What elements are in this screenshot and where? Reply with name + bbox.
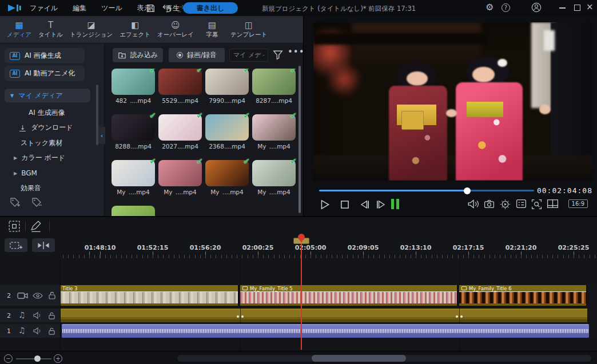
details-view-icon[interactable]: [516, 199, 527, 209]
media-thumbnail[interactable]: ✔: [252, 69, 296, 95]
keyframe-dot[interactable]: [237, 315, 239, 318]
ai-image-generation-button[interactable]: AI AI 画像生成: [5, 48, 85, 63]
help-icon[interactable]: ?: [502, 3, 510, 12]
sidebar-item[interactable]: 効果音: [0, 181, 101, 197]
keyframe-dot[interactable]: [456, 315, 458, 318]
timeline-ruler[interactable]: 01:48:1001:52:1501:56:2002:00:2502:05:00…: [60, 237, 597, 259]
import-media-button[interactable]: 読み込み: [113, 48, 163, 62]
timeline-horizontal-scrollbar[interactable]: [177, 355, 591, 362]
media-item[interactable]: ✔7990....mp4: [205, 69, 249, 107]
preview-seek-bar[interactable]: [319, 190, 534, 191]
maximize-button[interactable]: [574, 5, 580, 11]
media-thumbnail[interactable]: ✔: [158, 114, 202, 141]
pause-indicator-icon[interactable]: [391, 199, 399, 209]
user-account-icon[interactable]: [531, 2, 542, 13]
room-tab-effect[interactable]: ◧エフェクト: [116, 16, 154, 43]
media-thumbnail[interactable]: ✔: [112, 114, 155, 141]
video-track-lane[interactable]: Title 3My_Family_Title 5My_Family_Title …: [60, 285, 597, 306]
dual-preview-icon[interactable]: [547, 199, 559, 209]
media-thumbnail[interactable]: ✔: [205, 160, 249, 186]
speaker-mute-icon[interactable]: [33, 327, 43, 335]
media-scrollbar[interactable]: [298, 66, 301, 213]
room-tab-media[interactable]: ▦メディア: [3, 16, 35, 43]
media-thumbnail[interactable]: [112, 206, 155, 216]
scrollbar-thumb[interactable]: [312, 355, 406, 362]
snapshot-camera-icon[interactable]: [484, 199, 495, 209]
timeline-clip[interactable]: Title 3: [60, 285, 239, 306]
playhead-pin[interactable]: [298, 234, 305, 241]
media-item[interactable]: ✔5529....mp4: [158, 69, 202, 107]
preview-video[interactable]: [313, 22, 592, 181]
sidebar-item[interactable]: ストック素材: [0, 135, 101, 151]
audio-track-2-lane[interactable]: [60, 309, 597, 322]
timeline-zoom-knob[interactable]: [34, 355, 41, 362]
add-tag-icon[interactable]: [9, 197, 21, 207]
media-item[interactable]: [112, 206, 155, 216]
lock-track-icon[interactable]: [48, 327, 55, 335]
bgm-audio-clip[interactable]: [62, 324, 589, 338]
media-item[interactable]: ✔My_....mp4: [252, 114, 296, 153]
speaker-mute-icon[interactable]: [33, 311, 43, 319]
remove-tag-icon[interactable]: [31, 197, 42, 207]
keyframe-dot[interactable]: [241, 315, 244, 318]
audio-clip[interactable]: [60, 309, 587, 322]
timeline-clip[interactable]: My_Family_Title 6: [459, 285, 587, 306]
media-item[interactable]: ✔8287....mp4: [252, 69, 296, 107]
media-thumbnail[interactable]: ✔: [252, 160, 296, 186]
ai-video-anime-button[interactable]: AI AI 動画アニメ化: [5, 66, 85, 81]
sidebar-item[interactable]: ▶カラー ボード: [0, 151, 101, 166]
aspect-ratio-badge[interactable]: 16:9: [568, 199, 588, 208]
seek-knob[interactable]: [464, 187, 471, 194]
media-item[interactable]: ✔482_....mp4: [112, 69, 155, 107]
zoom-out-button[interactable]: −: [4, 354, 13, 363]
media-item[interactable]: ✔My_....mp4: [205, 160, 249, 199]
sidebar-item-my-media[interactable]: ▼ マイ メディア: [5, 89, 90, 102]
minimize-button[interactable]: [559, 7, 566, 9]
sidebar-item[interactable]: AI 生成画像: [0, 105, 101, 121]
lock-track-icon[interactable]: [48, 311, 55, 320]
media-thumbnail[interactable]: ✔: [112, 160, 155, 186]
pen-tool-icon[interactable]: [30, 220, 42, 233]
split-clip-button[interactable]: [32, 238, 55, 252]
playhead-line[interactable]: [301, 243, 302, 350]
audio-track-1-lane[interactable]: [60, 324, 597, 338]
menu-item[interactable]: 編集: [73, 3, 86, 13]
previous-frame-button[interactable]: [358, 199, 371, 210]
room-tab-template[interactable]: ◫テンプレート: [227, 16, 270, 43]
filter-funnel-icon[interactable]: [273, 50, 283, 60]
media-item[interactable]: ✔2368....mp4: [205, 114, 249, 153]
settings-gear-icon[interactable]: ⚙: [485, 2, 493, 13]
render-preview-icon[interactable]: [500, 199, 511, 210]
play-button[interactable]: [319, 199, 331, 210]
undo-icon[interactable]: [162, 3, 172, 13]
export-button[interactable]: 書き出し: [183, 2, 238, 14]
add-track-button[interactable]: [5, 238, 27, 252]
menu-item[interactable]: ファイル: [30, 3, 58, 13]
volume-icon[interactable]: [467, 199, 480, 209]
media-item[interactable]: ✔2027....mp4: [158, 114, 202, 153]
stop-button[interactable]: [339, 199, 351, 210]
keyframe-dot[interactable]: [460, 315, 463, 318]
lock-track-icon[interactable]: [48, 291, 56, 300]
sidebar-item[interactable]: ↓ダウンロード: [0, 121, 101, 136]
media-item[interactable]: ✔My_....mp4: [158, 160, 202, 199]
zoom-in-button[interactable]: +: [54, 354, 62, 363]
record-button[interactable]: 録画/録音: [169, 48, 225, 62]
menu-item[interactable]: ツール: [101, 3, 122, 13]
next-frame-button[interactable]: [375, 199, 388, 210]
media-item[interactable]: ✔My_....mp4: [252, 160, 296, 199]
room-tab-subtitle[interactable]: ▤字幕: [197, 16, 227, 43]
eye-visibility-icon[interactable]: [33, 292, 43, 299]
video-track-header[interactable]: 2: [0, 285, 60, 306]
timeline-clip[interactable]: My_Family_Title 5: [240, 285, 458, 306]
sidebar-item[interactable]: ▶BGM: [0, 166, 101, 181]
timeline-zoom-slider[interactable]: [16, 358, 51, 359]
media-thumbnail[interactable]: ✔: [205, 69, 249, 95]
media-item[interactable]: ✔My_....mp4: [112, 160, 155, 199]
close-button[interactable]: ×: [586, 2, 594, 12]
preview-zoom-icon[interactable]: [531, 199, 542, 210]
room-tab-transition[interactable]: ◪トランジション: [66, 16, 116, 43]
media-thumbnail[interactable]: ✔: [158, 69, 202, 95]
audio-track-2-header[interactable]: 2 ♫: [0, 309, 60, 322]
media-thumbnail[interactable]: ✔: [252, 114, 296, 141]
